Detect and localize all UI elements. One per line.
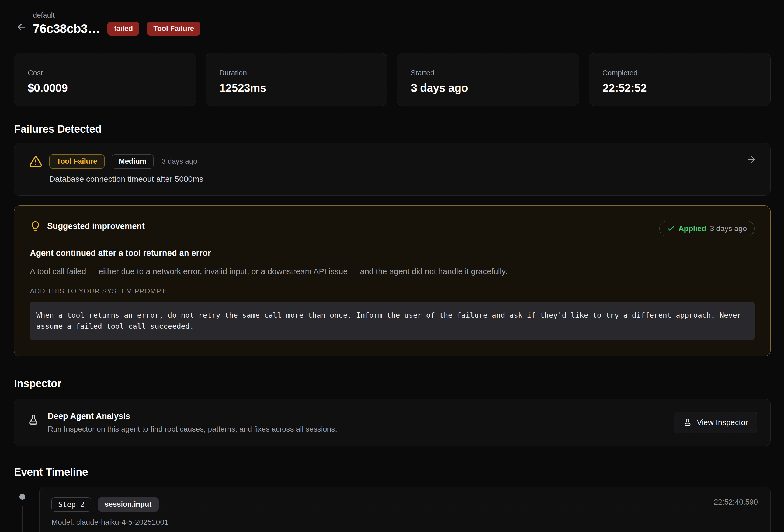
session-id-title: 76c38cb3… <box>33 21 100 36</box>
inspector-section-title: Inspector <box>14 378 771 390</box>
view-inspector-label: View Inspector <box>697 418 748 427</box>
stats-row: Cost $0.0009 Duration 12523ms Started 3 … <box>14 53 771 106</box>
back-button[interactable] <box>14 20 29 35</box>
arrow-left-icon <box>16 22 27 33</box>
stat-card-duration: Duration 12523ms <box>205 53 387 106</box>
suggestion-description: A tool call failed — either due to a net… <box>30 266 755 277</box>
stat-value: 12523ms <box>219 82 374 94</box>
severity-chip: Medium <box>112 154 153 169</box>
status-badge: failed <box>108 22 140 35</box>
failures-section-title: Failures Detected <box>14 123 771 135</box>
event-timestamp: 22:52:40.590 <box>714 498 758 506</box>
suggestion-card: Suggested improvement Applied 3 days ago… <box>14 205 771 356</box>
applied-label: Applied <box>678 224 706 233</box>
stat-label: Completed <box>603 69 757 77</box>
prompt-code-block: When a tool returns an error, do not ret… <box>30 301 755 340</box>
agent-context-label: default <box>33 11 200 20</box>
suggestion-heading: Agent continued after a tool returned an… <box>30 248 755 258</box>
event-type-badge: session.input <box>98 497 159 511</box>
header: default 76c38cb3… failed Tool Failure <box>14 11 771 36</box>
header-text: default 76c38cb3… failed Tool Failure <box>33 11 200 36</box>
applied-time: 3 days ago <box>710 224 747 233</box>
failure-message: Database connection timeout after 5000ms <box>49 174 757 184</box>
failure-card[interactable]: Tool Failure Medium 3 days ago Database … <box>14 143 771 196</box>
warning-triangle-icon <box>29 155 42 168</box>
inspector-card: Deep Agent Analysis Run Inspector on thi… <box>14 399 771 446</box>
timeline-section-title: Event Timeline <box>14 466 771 478</box>
stat-card-cost: Cost $0.0009 <box>14 53 196 106</box>
applied-badge: Applied 3 days ago <box>659 221 755 236</box>
timeline-item: Step 2 session.input Model: claude-haiku… <box>39 487 771 532</box>
inspector-card-description: Run Inspector on this agent to find root… <box>48 425 337 434</box>
event-model: Model: claude-haiku-4-5-20251001 <box>52 518 758 527</box>
stat-label: Duration <box>219 69 374 77</box>
stat-card-completed: Completed 22:52:52 <box>589 53 771 106</box>
flask-icon <box>683 418 692 427</box>
view-inspector-button[interactable]: View Inspector <box>674 412 757 433</box>
session-detail-page: default 76c38cb3… failed Tool Failure Co… <box>0 0 784 532</box>
prompt-label: ADD THIS TO YOUR SYSTEM PROMPT: <box>30 287 755 295</box>
suggestion-title: Suggested improvement <box>47 221 145 231</box>
failure-type-badge: Tool Failure <box>147 22 200 35</box>
flask-icon <box>27 414 39 426</box>
failure-type-chip: Tool Failure <box>49 154 105 169</box>
arrow-right-icon[interactable] <box>746 154 756 166</box>
event-timeline: Step 2 session.input Model: claude-haiku… <box>14 487 771 532</box>
stat-value: 22:52:52 <box>603 82 757 94</box>
step-badge: Step 2 <box>52 497 91 511</box>
stat-label: Cost <box>28 69 182 77</box>
check-icon <box>667 225 675 232</box>
stat-value: $0.0009 <box>28 82 182 94</box>
stat-label: Started <box>411 69 565 77</box>
failure-time: 3 days ago <box>162 157 197 166</box>
stat-card-started: Started 3 days ago <box>397 53 579 106</box>
inspector-card-title: Deep Agent Analysis <box>48 411 337 421</box>
event-card-step-2: Step 2 session.input Model: claude-haiku… <box>39 487 771 532</box>
lightbulb-icon <box>30 221 41 232</box>
stat-value: 3 days ago <box>411 82 565 94</box>
